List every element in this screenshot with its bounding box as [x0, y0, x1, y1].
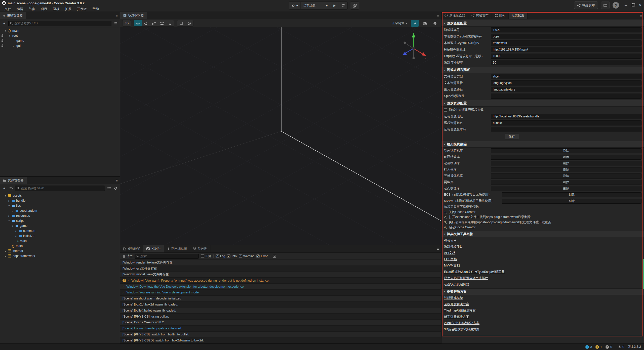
menu-item-help[interactable]: 帮助 [90, 6, 101, 12]
chevron-right-icon[interactable]: ▸ [4, 255, 7, 257]
link-tutorial-project[interactable]: 教程项目 [441, 237, 644, 244]
asset-item-initialize[interactable]: ▸initialize [0, 233, 120, 238]
trim-button[interactable]: 剔除 [491, 173, 641, 179]
remote-res-version-input[interactable] [491, 127, 641, 132]
chevron-right-icon[interactable]: ▸ [8, 214, 11, 217]
link-war-chess[interactable]: 战棋游戏框架 [441, 295, 644, 301]
trim-button[interactable]: 剔除 [491, 155, 641, 160]
help-button[interactable]: ? [613, 2, 619, 9]
section-docs-links[interactable]: ▾框架文档工具链接 [441, 231, 644, 237]
tab-animation-graph[interactable]: 动画图 [190, 245, 211, 252]
trim-button[interactable]: 剔除 [491, 186, 641, 191]
section-solutions[interactable]: ▾框架解决方案 [441, 288, 644, 295]
chevron-right-icon[interactable]: ▸ [12, 45, 15, 47]
mode-3d-button[interactable]: 3D [122, 20, 131, 27]
chevron-down-icon[interactable]: ▾ [8, 34, 11, 37]
console-search-input[interactable] [140, 254, 197, 258]
console-message[interactable]: [Scene] [PHYSICS2D]: switch from box2d-w… [120, 337, 441, 343]
node-filter-icon[interactable] [113, 21, 118, 26]
text-res-path-input[interactable] [491, 80, 641, 85]
asset-item-script[interactable]: ▾script [0, 218, 120, 223]
link-ecs-docs[interactable]: ECS文档 [441, 256, 644, 262]
hierarchy-search[interactable] [8, 21, 111, 26]
close-button[interactable]: × [639, 3, 641, 8]
menu-item-extension[interactable]: 扩展 [62, 6, 74, 12]
create-node-button[interactable]: + [2, 21, 7, 26]
device-preview-button[interactable] [350, 2, 359, 10]
remote-res-bundle-input[interactable] [491, 120, 641, 125]
asset-filter-icon[interactable] [106, 186, 111, 191]
regex-checkbox[interactable]: 正则 [201, 254, 211, 258]
inspector-menu-icon[interactable]: ≡ [640, 12, 642, 19]
lock-icon[interactable] [1, 44, 4, 47]
minimize-button[interactable]: ─ [625, 3, 627, 7]
asset-item-main-ts[interactable]: TSMain [0, 238, 120, 243]
platform-select[interactable]: ▾ [289, 2, 301, 9]
trim-button[interactable]: 剔除 [491, 180, 641, 185]
chevron-down-icon[interactable]: ▾ [8, 204, 11, 207]
chevron-down-icon[interactable]: ▾ [4, 29, 7, 32]
console-search[interactable] [135, 254, 199, 259]
asset-item-internal[interactable]: ▸internal [0, 248, 120, 253]
chevron-down-icon[interactable]: ▾ [11, 225, 14, 227]
filter-error-checkbox[interactable]: ✓ Error [256, 254, 268, 258]
save-button[interactable]: 保存 [505, 134, 518, 139]
crypto-key-input[interactable] [491, 34, 641, 39]
rotate-tool-button[interactable] [142, 20, 150, 27]
clear-console-button[interactable]: 清空 [122, 254, 133, 258]
console-message-warning[interactable]: !›[Window] [Vue warn]: Property "onInput… [120, 278, 441, 284]
lighting-toggle-button[interactable] [411, 20, 419, 27]
menu-item-panel[interactable]: 面板 [50, 6, 62, 12]
trim-button[interactable]: 剔除 [491, 148, 641, 153]
expand-chevron-icon[interactable]: › [128, 279, 129, 282]
language-types-input[interactable] [491, 74, 641, 79]
assets-search-input[interactable] [21, 187, 103, 190]
pivot-toggle-button[interactable] [177, 20, 185, 27]
hierarchy-node-main[interactable]: ▾ main [0, 28, 120, 33]
restore-button[interactable] [632, 4, 634, 7]
frame-rate-input[interactable] [491, 60, 641, 65]
assets-search[interactable] [15, 186, 105, 191]
link-2d-rpg[interactable]: 2D角色扮演游戏解决方案 [441, 320, 644, 326]
link-template-project[interactable]: 游戏模板项目 [441, 244, 644, 250]
link-tiledmap[interactable]: Tiledmap地图解决方案 [441, 308, 644, 314]
crypto-iv-input[interactable] [491, 40, 641, 46]
status-notifications[interactable]: 0 [618, 345, 624, 349]
filter-log-checkbox[interactable]: ✓ Log [216, 254, 225, 258]
chevron-right-icon[interactable]: ▸ [4, 250, 7, 252]
scene-select-dropdown[interactable]: 当前场景 ▾ [301, 2, 330, 9]
scene-menu-icon[interactable]: ≡ [437, 12, 439, 19]
sort-assets-icon[interactable] [8, 186, 13, 191]
asset-item-libs[interactable]: ▾libs [0, 203, 120, 208]
filter-warning-checkbox[interactable]: ✓ Warning [239, 254, 254, 258]
coordinate-toggle-button[interactable] [185, 20, 193, 27]
console-message-info[interactable]: [Scene] Forward render pipeline initiali… [120, 326, 441, 332]
refresh-assets-icon[interactable] [113, 186, 118, 191]
hierarchy-node-gui[interactable]: ▸ gui [0, 43, 120, 48]
asset-item-bundle[interactable]: ▸bundle [0, 198, 120, 203]
link-fullstack[interactable]: 全栈开发解决方案 [441, 301, 644, 308]
section-game-resource-config[interactable]: ▾游戏资源配置 [441, 100, 644, 107]
status-warning-count[interactable]: ! 1 [595, 345, 602, 349]
tab-asset-preview[interactable]: 资源预览 [120, 245, 143, 252]
console-message[interactable]: [Scene] [PHYSICS]: switch from builtin t… [120, 332, 441, 338]
trim-button[interactable]: 剔除 [502, 199, 641, 204]
tab-build-publish[interactable]: 构建发布 [468, 12, 492, 19]
tab-assets[interactable]: 资源管理器 [0, 177, 27, 184]
link-mvvm-docs[interactable]: MVVM文档 [441, 262, 644, 269]
asset-item-assets[interactable]: ▾assets [0, 193, 120, 198]
hierarchy-search-input[interactable] [14, 22, 110, 25]
console-menu-icon[interactable]: ≡ [437, 245, 439, 252]
lock-icon[interactable] [1, 34, 4, 37]
console-message[interactable]: [Scene] [PHYSICS]: using builtin. [120, 314, 441, 320]
expand-chevron-icon[interactable]: › [123, 285, 124, 288]
link-3d-rpg[interactable]: 3D角色扮演游戏解决方案 [441, 326, 644, 333]
tab-framework-config[interactable]: 框架配置 [509, 12, 528, 19]
play-button[interactable]: ▶ [330, 2, 339, 9]
scene-settings-gear-icon[interactable] [431, 20, 439, 27]
section-module-trim[interactable]: ▾框架模块剔除 [441, 141, 644, 148]
tab-property-inspector[interactable]: 属性检查器 [441, 12, 468, 19]
collapse-logs-icon[interactable] [272, 254, 277, 259]
remote-res-url-input[interactable] [491, 114, 641, 119]
asset-item-game[interactable]: ▾game [0, 223, 120, 228]
